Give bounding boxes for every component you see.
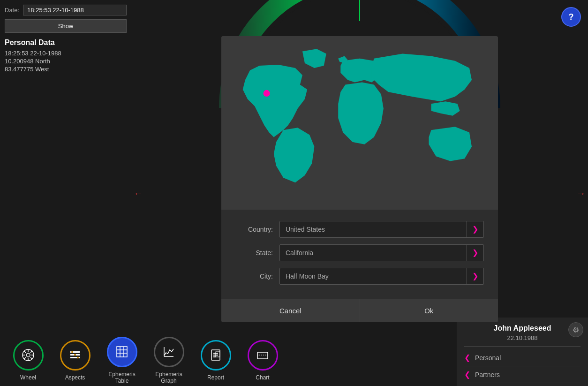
svg-point-19 — [71, 351, 73, 353]
personal-data-title: Personal Data — [5, 38, 127, 47]
state-arrow-button[interactable]: ❯ — [467, 244, 483, 261]
personal-data-line2: 10.200948 North — [5, 58, 127, 65]
nav-item-aspects[interactable]: Aspects — [56, 340, 94, 381]
country-label: Country: — [235, 226, 273, 233]
svg-line-13 — [30, 357, 32, 359]
svg-line-12 — [24, 351, 26, 353]
city-arrow-button[interactable]: ❯ — [467, 268, 483, 285]
state-row: State: California ❯ — [235, 244, 484, 261]
city-row: City: Half Moon Bay ❯ — [235, 268, 484, 285]
cancel-button[interactable]: Cancel — [221, 299, 360, 322]
svg-line-14 — [30, 351, 32, 353]
svg-line-15 — [24, 357, 26, 359]
svg-point-21 — [77, 357, 79, 359]
wheel-icon — [21, 348, 35, 362]
state-field: California ❯ — [279, 244, 484, 261]
nav-item-wheel[interactable]: Wheel — [9, 340, 47, 381]
city-label: City: — [235, 272, 273, 280]
map-container — [221, 36, 498, 210]
svg-point-7 — [26, 353, 30, 357]
world-map-svg — [221, 36, 498, 210]
location-modal: Country: United States ❯ State: Californ… — [221, 36, 498, 322]
aspects-icon-circle[interactable] — [60, 340, 90, 371]
city-field: Half Moon Bay ❯ — [279, 268, 484, 285]
personal-data-line1: 18:25:53 22-10-1988 — [5, 50, 127, 57]
help-button[interactable]: ? — [561, 7, 581, 27]
personal-data-line3: 83.477775 West — [5, 66, 127, 73]
aspects-icon — [68, 348, 82, 362]
svg-rect-22 — [117, 347, 127, 357]
left-panel: Date: Show Personal Data 18:25:53 22-10-… — [0, 0, 131, 386]
svg-point-5 — [264, 90, 270, 96]
eph-table-icon — [115, 345, 128, 358]
wheel-icon-circle[interactable] — [13, 340, 44, 371]
date-row: Date: — [5, 5, 127, 15]
date-input[interactable] — [23, 5, 127, 15]
date-label: Date: — [5, 7, 19, 14]
country-value: United States — [280, 226, 467, 233]
svg-point-20 — [74, 354, 76, 356]
modal-buttons: Cancel Ok — [221, 299, 498, 322]
show-button[interactable]: Show — [5, 19, 127, 33]
form-section: Country: United States ❯ State: Californ… — [221, 210, 498, 299]
ok-button[interactable]: Ok — [360, 299, 498, 322]
country-row: Country: United States ❯ — [235, 221, 484, 238]
country-arrow-button[interactable]: ❯ — [467, 221, 483, 238]
city-value: Half Moon Bay — [280, 272, 467, 280]
modal-overlay: Country: United States ❯ State: Californ… — [131, 0, 588, 386]
state-value: California — [280, 249, 467, 257]
wheel-label: Wheel — [20, 374, 36, 381]
aspects-label: Aspects — [65, 374, 85, 381]
country-field: United States ❯ — [279, 221, 484, 238]
state-label: State: — [235, 249, 273, 257]
